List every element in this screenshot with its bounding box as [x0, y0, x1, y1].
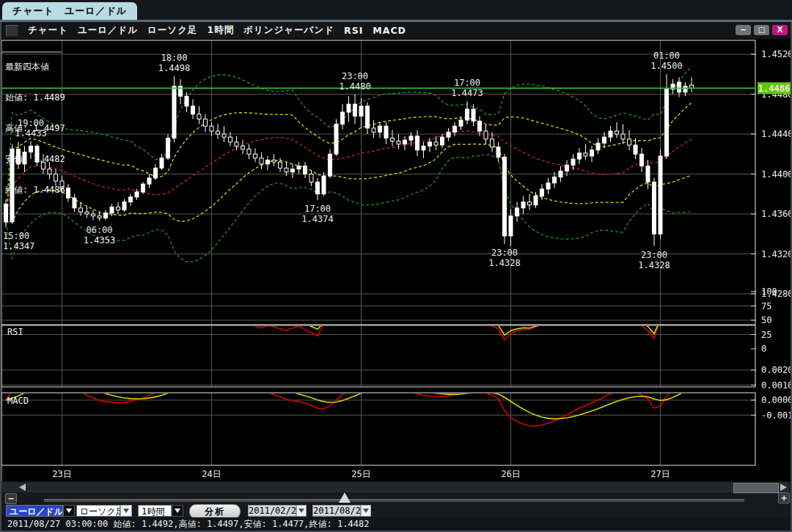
annotation-price: 1.4480	[339, 81, 370, 92]
latest-quote-panel: 最新四本値 始値: 1.4489 高値: 1.4497 安値: 1.4482 終…	[5, 41, 65, 215]
macd-axis-tick: -0.0010	[761, 410, 792, 421]
timeframe-select-arrow-icon[interactable]	[172, 505, 183, 517]
menu-item-candle[interactable]: ローソク足	[147, 24, 197, 37]
zoom-slider-track[interactable]	[44, 499, 744, 502]
annotation-time: 23:00	[491, 248, 518, 258]
price-axis-tick: 1.4520	[761, 49, 792, 59]
zoom-in-button[interactable]: +	[778, 492, 790, 503]
menu-item-macd[interactable]: MACD	[373, 25, 406, 36]
price-axis-tick: 1.4440	[761, 129, 792, 139]
date-axis-label: 27日	[650, 469, 670, 479]
menu-item-symbol[interactable]: ユーロ／ドル	[78, 24, 138, 37]
window-icon	[6, 25, 18, 37]
annotation-price: 1.4347	[3, 241, 34, 251]
annotation-time: 01:00	[653, 51, 680, 61]
chart-area[interactable]: 1.45201.44801.44401.44001.43601.43201.42…	[0, 0, 792, 532]
chart-type-select-arrow-icon[interactable]	[120, 505, 132, 517]
macd-axis-tick: 0.0020	[761, 365, 792, 375]
menu-bar: チャート ユーロ／ドル ローソク足 1時間 ボリンジャーバンド RSI MACD…	[0, 22, 792, 39]
menu-item-timeframe[interactable]: 1時間	[207, 24, 234, 37]
annotation-price: 1.4498	[158, 63, 190, 73]
quote-open: 始値: 1.4489	[5, 92, 65, 103]
menu-item-chart[interactable]: チャート	[28, 24, 68, 37]
annotation-time: 15:00	[3, 231, 29, 241]
rsi-axis-tick: 25	[761, 330, 771, 340]
zoom-slider-thumb[interactable]	[339, 492, 351, 503]
quote-title: 最新四本値	[5, 62, 65, 72]
scroll-left-icon[interactable]	[19, 484, 26, 491]
scrollbar-thumb[interactable]	[733, 483, 779, 493]
rsi-axis-tick: 0	[761, 344, 766, 354]
svg-text:1.4486: 1.4486	[758, 84, 790, 94]
macd-label: MACD	[7, 396, 29, 406]
annotation-time: 23:00	[342, 71, 368, 81]
macd-axis-tick: 0.0010	[761, 380, 792, 391]
date-to-arrow-icon[interactable]	[361, 505, 371, 517]
analysis-button[interactable]: 分析	[189, 504, 241, 519]
status-bar: 2011/08/27 03:00:00 始値: 1.4492,高値: 1.449…	[0, 517, 792, 532]
date-from-arrow-icon[interactable]	[296, 505, 307, 517]
annotation-price: 1.4353	[84, 235, 115, 245]
price-axis-tick: 1.4320	[761, 249, 792, 259]
menu-item-rsi[interactable]: RSI	[344, 25, 363, 36]
quote-close: 終値: 1.4486	[5, 185, 65, 195]
zoom-out-button[interactable]: −	[5, 493, 17, 504]
annotation-time: 18:00	[161, 53, 187, 63]
scroll-right-icon[interactable]	[780, 484, 787, 491]
close-button[interactable]: X	[772, 25, 788, 35]
annotation-price: 1.4328	[638, 260, 670, 270]
chart-type-select[interactable]: ローソク足	[76, 505, 120, 517]
rsi-axis-tick: 50	[761, 315, 771, 325]
timeframe-select[interactable]: 1時間	[138, 505, 172, 517]
price-axis-tick: 1.4400	[761, 169, 792, 180]
tab-strip: チャート ユーロ／ドル	[0, 0, 792, 20]
annotation-price: 1.4500	[650, 61, 682, 71]
menu-item-bollinger[interactable]: ボリンジャーバンド	[243, 24, 334, 37]
date-axis-label: 26日	[501, 469, 520, 479]
annotation-time: 17:00	[304, 204, 331, 214]
date-axis-label: 23日	[52, 469, 71, 479]
annotation-price: 1.4328	[488, 258, 520, 268]
date-axis-label: 25日	[351, 469, 370, 479]
scrollbar-track[interactable]	[1, 482, 789, 492]
date-axis-label: 24日	[202, 469, 221, 479]
annotation-time: 17:00	[454, 78, 480, 88]
macd-axis-tick: 0.0000	[761, 395, 792, 405]
annotation-time: 06:00	[86, 225, 112, 235]
quote-high: 高値: 1.4497	[5, 123, 65, 133]
date-to-field[interactable]: 2011/08/27	[312, 505, 361, 517]
rsi-label: RSI	[7, 327, 23, 337]
rsi-axis-tick: 100	[761, 287, 777, 297]
annotation-time: 23:00	[641, 250, 667, 260]
chart-svg: 1.45201.44801.44401.44001.43601.43201.42…	[0, 0, 792, 532]
annotation-price: 1.4374	[301, 214, 333, 224]
frame-left	[0, 22, 1, 532]
date-from-field[interactable]: 2011/02/27	[248, 505, 296, 517]
symbol-select[interactable]: ユーロ／ドル	[6, 505, 63, 517]
rsi-axis-tick: 75	[761, 301, 771, 311]
maximize-button[interactable]: □	[754, 25, 769, 35]
application-window: 1.45201.44801.44401.44001.43601.43201.42…	[0, 0, 792, 532]
quote-low: 安値: 1.4482	[5, 154, 65, 164]
tab-chart-eurusd[interactable]: チャート ユーロ／ドル	[2, 2, 137, 20]
symbol-select-arrow-icon[interactable]	[63, 505, 75, 517]
price-axis-tick: 1.4360	[761, 209, 792, 219]
minimize-button[interactable]: −	[736, 25, 751, 35]
annotation-price: 1.4473	[451, 88, 483, 98]
